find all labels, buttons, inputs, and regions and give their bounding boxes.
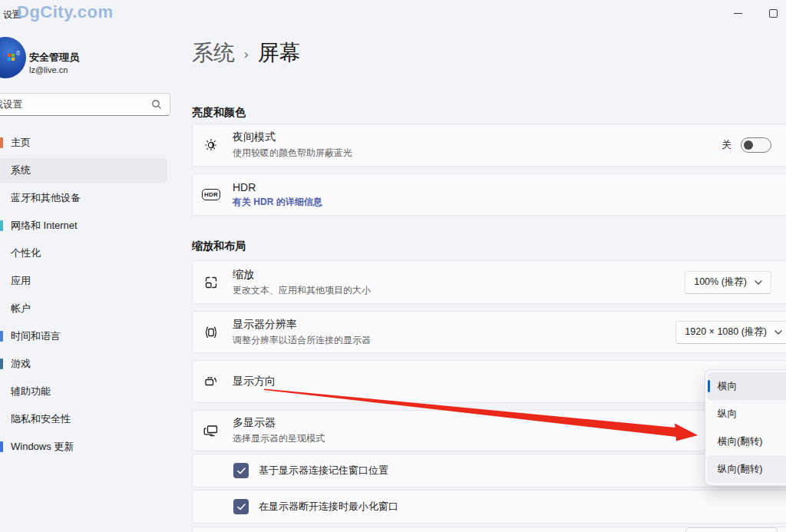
sidebar-item-windows-update[interactable]: Windows 更新 [0,433,170,461]
watermark-text: DgCity.com [17,2,114,22]
system-icon [0,165,3,176]
multi-display-icon [203,423,220,438]
scale-title: 缩放 [233,268,371,282]
sidebar: 8 安全管理员 lz@live.cn 主页 系统 蓝牙和其他设备 网络和 Int… [0,28,170,532]
multi-display-card[interactable]: 多显示器 选择显示器的呈现模式 [192,410,786,451]
scale-value: 100% (推荐) [694,276,747,289]
sidebar-item-accounts[interactable]: 帐户 [0,295,170,322]
selection-indicator [708,380,710,392]
multi-display-title: 多显示器 [233,416,325,430]
night-mode-toggle[interactable] [741,137,771,153]
chevron-down-icon [774,330,782,335]
settings-search[interactable] [0,93,170,116]
orientation-flyout: 横向 纵向 横向(翻转) 纵向(翻转) [705,369,786,486]
scale-icon [203,275,220,290]
windows-update-icon [0,441,3,452]
scale-card: 缩放 更改文本、应用和其他项目的大小 100% (推荐) [192,260,786,304]
page-title: 屏幕 [258,38,301,68]
time-language-icon [0,331,3,342]
night-mode-title: 夜间模式 [233,131,352,144]
orientation-card: 显示方向 [192,360,786,403]
main-content: 系统 › 屏幕 亮度和颜色 夜间模式 使用较暖的颜色帮助屏蔽蓝光 关 [192,28,786,532]
checkmark-icon [237,504,246,511]
apps-icon [0,276,3,286]
hdr-icon: HDR [203,189,220,200]
flyout-option-landscape-flipped[interactable]: 横向(翻转) [708,428,786,455]
sidebar-item-personalization[interactable]: 个性化 [0,240,170,267]
gaming-icon [0,359,3,369]
breadcrumb-separator-icon: › [244,44,249,62]
resolution-card: 显示器分辨率 调整分辨率以适合所连接的显示器 1920 × 1080 (推荐) [192,311,786,353]
search-input[interactable] [0,94,137,115]
flyout-option-landscape[interactable]: 横向 [708,372,786,400]
resolution-icon [203,325,220,340]
sidebar-item-time-language[interactable]: 时间和语言 [0,322,170,350]
chevron-down-icon [755,280,762,285]
scale-subtitle: 更改文本、应用和其他项目的大小 [233,284,371,297]
titlebar: 设置 DgCity.com [0,0,786,28]
resolution-title: 显示器分辨率 [233,318,371,332]
minimize-button[interactable] [726,3,749,23]
hdr-card[interactable]: HDR HDR 有关 HDR 的详细信息 [192,173,786,216]
search-icon [151,99,162,110]
personalization-icon [0,248,3,259]
scale-dropdown[interactable]: 100% (推荐) [685,271,771,294]
resolution-subtitle: 调整分辨率以适合所连接的显示器 [233,334,371,347]
sidebar-nav: 主页 系统 蓝牙和其他设备 网络和 Internet 个性化 应用 帐户 时间和… [0,129,170,461]
user-email: lz@live.cn [29,65,68,74]
resolution-dropdown[interactable]: 1920 × 1080 (推荐) [675,321,786,344]
remember-window-label: 基于显示器连接记住窗口位置 [259,464,388,477]
minimize-window-checkbox[interactable] [233,499,249,514]
maximize-icon [769,9,778,18]
windows-logo-icon [8,54,15,61]
breadcrumb-system[interactable]: 系统 [192,38,235,68]
user-profile[interactable]: 8 安全管理员 lz@live.cn [0,34,170,84]
sidebar-item-gaming[interactable]: 游戏 [0,350,170,378]
flyout-option-portrait[interactable]: 纵向 [708,400,786,428]
night-mode-card[interactable]: 夜间模式 使用较暖的颜色帮助屏蔽蓝光 关 [192,124,786,167]
avatar-badge: 8 [16,49,20,57]
remember-window-checkbox[interactable] [233,463,249,478]
toggle-state-label: 关 [722,138,732,152]
minimize-icon [734,13,742,14]
bottom-dropdown-sliver [685,527,778,532]
sidebar-item-bluetooth[interactable]: 蓝牙和其他设备 [0,184,170,212]
sidebar-item-network[interactable]: 网络和 Internet [0,212,170,240]
hdr-info-link[interactable]: 有关 HDR 的详细信息 [233,196,322,209]
avatar: 8 [0,37,26,78]
bluetooth-icon [0,193,3,203]
section-brightness-color: 亮度和颜色 [192,106,786,120]
privacy-icon [0,414,3,425]
toggle-knob [744,140,753,150]
sidebar-item-home[interactable]: 主页 [0,129,170,157]
accounts-icon [0,303,3,314]
maximize-button[interactable] [761,3,784,23]
night-mode-subtitle: 使用较暖的颜色帮助屏蔽蓝光 [233,147,352,160]
network-icon [0,220,3,231]
breadcrumb: 系统 › 屏幕 [192,38,786,68]
hdr-title: HDR [233,181,322,193]
sidebar-item-privacy[interactable]: 隐私和安全性 [0,405,170,433]
home-icon [0,137,3,148]
resolution-value: 1920 × 1080 (推荐) [685,325,767,339]
section-scale-layout: 缩放和布局 [192,240,786,253]
flyout-option-portrait-flipped[interactable]: 纵向(翻转) [708,455,786,483]
user-name: 安全管理员 [29,51,79,64]
night-light-icon [203,137,220,153]
remember-window-row[interactable]: 基于显示器连接记住窗口位置 [192,454,786,487]
minimize-window-label: 在显示器断开连接时最小化窗口 [259,500,398,514]
multi-display-subtitle: 选择显示器的呈现模式 [233,432,325,445]
minimize-window-row[interactable]: 在显示器断开连接时最小化窗口 [192,490,786,524]
sidebar-item-accessibility[interactable]: 辅助功能 [0,378,170,405]
orientation-icon [203,374,220,389]
sidebar-item-system[interactable]: 系统 [0,157,170,184]
accessibility-icon [0,386,3,397]
orientation-title: 显示方向 [233,375,276,388]
sidebar-item-apps[interactable]: 应用 [0,267,170,295]
checkmark-icon [237,468,246,474]
